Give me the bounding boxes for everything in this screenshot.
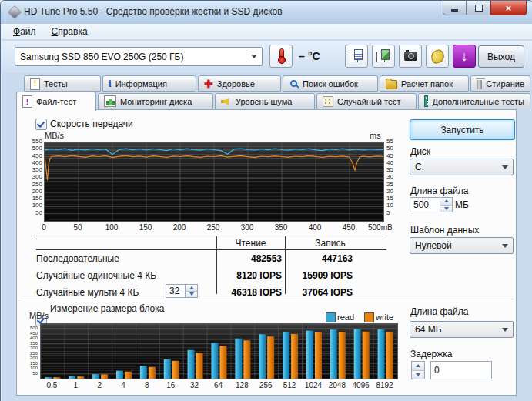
start-button[interactable]: Запустить [410,119,515,140]
file-length-label: Длина файла [410,185,468,196]
pattern-label: Шаблон данных [410,225,479,236]
menubar: Файл Справка [1,24,532,40]
tab-erase[interactable]: Стирание [470,75,530,92]
legend-write-label: write [376,312,393,322]
block-chart-yaxis: 50045040035030025020015010050 [23,323,38,378]
noise-level-icon [221,97,232,106]
toolbar: Samsung SSD 850 EVO 250G (250 ГБ) – °C ↓… [1,41,532,73]
close-icon: × [506,2,512,14]
table-top-line [36,236,386,236]
file-length-stepper[interactable]: 500 [410,197,453,212]
delay-field[interactable]: 0 [430,361,492,379]
trash-icon [477,80,482,89]
download-icon: ↓ [461,49,468,63]
window-title: HD Tune Pro 5.50 - Средство проверки жес… [24,6,283,17]
temperature-button[interactable] [269,45,293,68]
thermometer-icon [277,48,285,64]
tab-health[interactable]: ✚ Здоровье [198,75,281,92]
table-col-write: Запись [288,238,373,249]
screenshot-button[interactable] [399,45,422,68]
block-chart [40,323,398,379]
stepper-down[interactable] [186,291,197,298]
file-test-icon: ! [22,95,32,108]
search-icon [290,80,297,87]
download-button[interactable]: ↓ [453,45,476,68]
legend-write-swatch [364,312,374,322]
stepper-up[interactable] [186,285,197,291]
transfer-chart-yunit-left: MB/s [45,131,64,140]
tab-folder-usage[interactable]: Расчет папок [380,75,469,92]
health-cross-icon: ✚ [204,79,213,89]
multi-queue-stepper[interactable]: 32 [166,284,198,298]
file-length-unit: МБ [455,199,469,210]
drive-select[interactable]: Samsung SSD 850 EVO 250G (250 ГБ) [15,47,263,66]
pattern-select[interactable]: Нулевой [410,237,514,254]
hdtune-window: HD Tune Pro 5.50 - Средство проверки жес… [0,0,532,401]
minimize-icon [451,9,458,12]
table-vline-1 [216,236,217,294]
menu-file[interactable]: Файл [5,25,44,38]
transfer-speed-checkbox[interactable] [35,119,47,130]
chevron-down-icon [502,328,508,332]
hand-button[interactable] [426,45,449,68]
chevron-down-icon [502,244,508,248]
transfer-chart-xaxis: 050100150200250300350400450500mB [44,223,383,232]
temperature-unit: °C [308,50,320,62]
drive-select-value: Samsung SSD 850 EVO 250G (250 ГБ) [20,52,183,62]
menu-help[interactable]: Справка [44,25,95,38]
exclamation-icon: ! [30,78,40,90]
window-controls: × [443,1,527,15]
section-divider [20,299,514,300]
disk-select[interactable]: C: [410,159,514,175]
tab-disk-monitor[interactable]: Мониторинг диска [98,93,213,109]
folder-icon [386,80,397,89]
tab-file-benchmark[interactable]: ! Файл-тест [16,92,96,111]
copy-image-button[interactable] [372,45,395,68]
transfer-chart-plot [45,142,383,221]
copy-text-button[interactable] [345,45,368,68]
titlebar[interactable]: HD Tune Pro 5.50 - Средство проверки жес… [1,1,532,24]
transfer-speed-label: Скорость передачи [50,119,133,129]
info-icon: i [109,78,112,90]
minimize-button[interactable] [443,1,467,15]
restore-icon [475,5,483,12]
file-benchmark-panel: Скорость передачи MB/s ms 55050045040035… [16,109,517,396]
chevron-down-icon [502,165,508,169]
block-file-length-label: Длина файла [410,306,468,317]
stepper-up[interactable] [412,362,424,370]
copy-image-icon [376,49,390,63]
transfer-chart [44,142,384,222]
block-chart-xaxis: 0.512481632641282565121024204840968192 [40,381,396,390]
block-chart-plot [41,324,397,379]
delay-stepper[interactable] [411,361,425,379]
restore-button[interactable] [467,1,490,15]
tab-noise-level[interactable]: Уровень шума [215,93,315,109]
stepper-down[interactable] [440,205,452,212]
block-file-length-select[interactable]: 64 МБ [410,321,514,338]
stepper-up[interactable] [440,198,452,205]
block-chart-yunit: MB/s [29,311,49,320]
stepper-down[interactable] [412,370,424,379]
tab-error-scan[interactable]: Поиск ошибок [283,75,378,92]
tab-random-test[interactable]: Случайный тест [316,93,417,109]
transfer-chart-yaxis-right: 555045403530252015105 [386,142,400,220]
table-vline-2 [285,236,286,294]
tab-extra-tests[interactable]: Дополнительные тесты [418,93,530,109]
disk-monitor-icon [104,95,116,107]
transfer-chart-yunit-right: ms [370,131,381,140]
close-button[interactable]: × [490,1,527,15]
temperature-value: – [299,50,305,62]
legend-read-swatch [326,312,336,322]
extra-tests-icon [424,95,428,107]
tab-tests[interactable]: ! Тесты [24,75,101,92]
disk-label: Диск [410,146,430,157]
legend-read-label: read [337,312,354,322]
delay-label: Задержка [410,349,453,359]
block-size-label: Измерение размера блока [50,303,164,314]
chevron-down-icon [251,55,257,58]
exit-button[interactable]: Выход [478,45,524,68]
camera-icon [404,52,417,61]
transfer-chart-yaxis-left: 55050045040035030025020015010050 [25,142,42,220]
tab-information[interactable]: i Информация [102,75,196,92]
copy-text-icon [350,49,363,63]
